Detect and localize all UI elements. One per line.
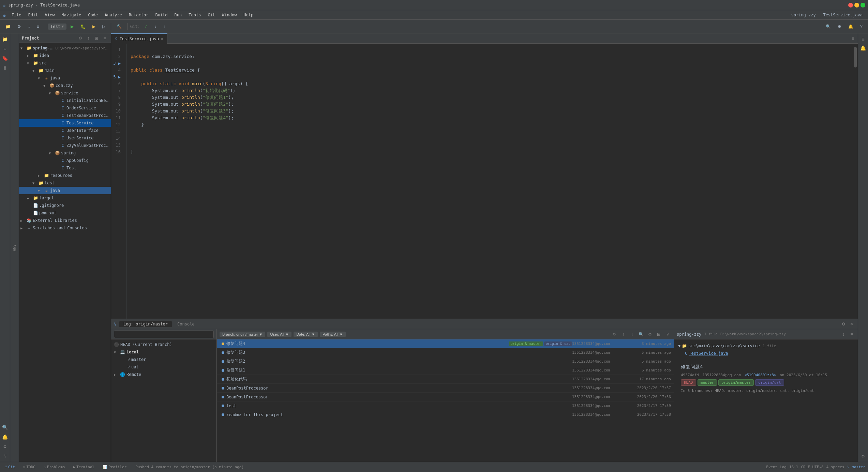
tree-target[interactable]: ▶ 📁 target (19, 194, 111, 202)
event-log-label[interactable]: Event Log (766, 465, 787, 469)
sort-btn[interactable]: ≡ (34, 23, 42, 30)
git-search-input[interactable] (114, 331, 214, 338)
settings-side-icon[interactable]: ⚙ (1, 442, 10, 451)
menu-analyze[interactable]: Analyze (102, 12, 125, 18)
editor-settings-btn[interactable]: ≡ (850, 35, 856, 42)
tree-pomxml[interactable]: 📄 pom.xml (19, 209, 111, 217)
help-btn[interactable]: ? (857, 23, 865, 30)
log-search-btn[interactable]: 🔍 (638, 331, 644, 338)
bottom-settings-btn[interactable]: ⚙ (840, 321, 847, 328)
tree-testservice[interactable]: C TestService (19, 119, 111, 127)
tree-userservice[interactable]: C UserService (19, 134, 111, 142)
commit-row-9[interactable]: readme for this project 1351228334@qq.co… (217, 410, 674, 419)
panel-expand-btn[interactable]: ⊞ (93, 35, 100, 42)
git-log-tab[interactable]: Log: origin/master (119, 321, 172, 327)
menu-view[interactable]: View (42, 12, 57, 18)
menu-file[interactable]: File (9, 12, 24, 18)
log-branch-btn[interactable]: ⑂ (664, 331, 671, 338)
menu-git[interactable]: Git (205, 12, 218, 18)
tree-service[interactable]: ▼ 📦 service (19, 89, 111, 97)
diff-expand-btn[interactable]: ≡ (848, 331, 855, 338)
settings-gear-btn[interactable]: ⚙ (835, 23, 844, 30)
panel-settings-btn[interactable]: ⚙ (77, 35, 84, 42)
minimize-button[interactable] (854, 3, 859, 7)
git-update-btn[interactable]: ↓ (152, 23, 159, 30)
structure-icon[interactable]: ≣ (1, 63, 10, 72)
log-collapse-btn[interactable]: ↑ (620, 331, 627, 338)
tree-zzyvalue[interactable]: C ZzyValuePostProcessor (19, 142, 111, 149)
debug-btn[interactable]: 🐛 (78, 23, 88, 30)
console-tab[interactable]: Console (173, 321, 199, 327)
tree-idea[interactable]: ▶ 📁 idea (19, 52, 111, 59)
menu-run[interactable]: Run (172, 12, 185, 18)
tree-initbean[interactable]: C InitializationBean (19, 97, 111, 104)
profile-btn[interactable]: ▷ (100, 23, 108, 30)
diff-tree-file[interactable]: C TestService.java (677, 350, 855, 357)
bookmarks-icon[interactable]: 🔖 (1, 54, 10, 63)
editor-scrollbar[interactable] (853, 44, 858, 319)
commit-row-2[interactable]: 修复问题3 1351228334@qq.com 5 minutes ago (217, 348, 674, 357)
tree-java[interactable]: ▼ ☕ java (19, 74, 111, 82)
git-commit-btn[interactable]: ✓ (141, 23, 150, 30)
code-content[interactable]: package com.zzy.service; public class Te… (126, 44, 853, 319)
commit-row-1[interactable]: 修复问题4 origin & master origin & uat 13512… (217, 339, 674, 348)
notifications-btn[interactable]: 🔔 (845, 23, 856, 30)
branch-filter-btn[interactable]: Branch: origin/master ▼ (220, 332, 265, 337)
tab-close-btn[interactable]: ✕ (161, 37, 163, 41)
tree-userinterface[interactable]: C UserInterface (19, 127, 111, 134)
notifications-side-icon[interactable]: 🔔 (1, 432, 10, 441)
git-branch-uat[interactable]: ⑂ uat (111, 363, 216, 371)
log-expand-btn[interactable]: ↓ (629, 331, 635, 338)
tree-main[interactable]: ▼ 📁 main (19, 67, 111, 74)
todo-btn[interactable]: ☑ TODO (21, 464, 38, 470)
run-config[interactable]: Test ▼ (48, 24, 66, 30)
date-filter-btn[interactable]: Date: All ▼ (294, 332, 318, 337)
menu-code[interactable]: Code (85, 12, 101, 18)
paths-filter-btn[interactable]: Paths: All ▼ (320, 332, 346, 337)
commit-row-5[interactable]: 初始化代码 1351228334@qq.com 17 minutes ago (217, 375, 674, 384)
tree-scratches[interactable]: ▶ ✏ Scratches and Consoles (19, 224, 111, 232)
editor-tab-testservice[interactable]: C TestService.java ✕ (111, 33, 167, 44)
tree-external-libs[interactable]: ▶ 📚 External Libraries (19, 217, 111, 224)
git-bottom-btn[interactable]: ⑂ Git (3, 464, 17, 470)
diff-collapse-btn[interactable]: ↕ (840, 331, 847, 338)
menu-refactor[interactable]: Refactor (126, 12, 151, 18)
menu-window[interactable]: Window (219, 12, 239, 18)
bottom-close-btn[interactable]: ✕ (848, 321, 855, 328)
tree-test-class[interactable]: C Test (19, 164, 111, 172)
tree-appconfig[interactable]: C AppConfig (19, 157, 111, 164)
git-side-icon[interactable]: ⑂ (1, 452, 10, 460)
git-remote-group[interactable]: ▶ 🌐 Remote (111, 371, 216, 378)
settings-btn[interactable]: ⚙ (15, 23, 24, 30)
menu-edit[interactable]: Edit (26, 12, 41, 18)
build-btn[interactable]: 🔨 (114, 23, 124, 30)
tree-test-folder[interactable]: ▼ 📁 test (19, 179, 111, 187)
commit-row-8[interactable]: test 1351228334@qq.com 2023/2/17 17:59 (217, 401, 674, 410)
commit-row-3[interactable]: 修复问题2 1351228334@qq.com 5 minutes ago (217, 357, 674, 366)
project-icon[interactable]: 📁 (1, 35, 10, 44)
menu-navigate[interactable]: Navigate (59, 12, 84, 18)
git-local-group[interactable]: ▼ 💻 Local (111, 348, 216, 356)
log-refresh-btn[interactable]: ↺ (611, 331, 618, 338)
commit-icon[interactable]: ⊙ (1, 44, 10, 53)
problems-btn[interactable]: ⚠ Problems (42, 464, 67, 470)
commit-row-7[interactable]: BeanPostProcessor 1351228334@qq.com 2023… (217, 393, 674, 401)
menu-tools[interactable]: Tools (186, 12, 204, 18)
search-btn[interactable]: 🔍 (823, 23, 834, 30)
tree-comzzy[interactable]: ▼ 📦 com.zzy (19, 82, 111, 89)
coverage-btn[interactable]: ▶ (90, 23, 98, 30)
log-filter-btn[interactable]: ⊟ (655, 331, 662, 338)
panel-config-btn[interactable]: ≡ (101, 35, 108, 42)
menu-build[interactable]: Build (152, 12, 170, 18)
diff-tree-root[interactable]: ▼ 📁 src\main\java\com\zzy\service 1 file (677, 342, 855, 350)
right-structure-icon[interactable]: ≣ (859, 35, 868, 44)
project-view-btn[interactable]: 📁 (3, 23, 13, 30)
git-head-branch[interactable]: ⚫ HEAD (Current Branch) (111, 341, 216, 348)
run-btn[interactable]: ▶ (68, 23, 76, 30)
log-settings-btn[interactable]: ⚙ (646, 331, 653, 338)
tree-java-test[interactable]: ▼ ☕ java (19, 187, 111, 194)
sync-btn[interactable]: ↕ (25, 23, 33, 30)
tree-resources[interactable]: ▶ 📁 resources (19, 172, 111, 179)
profiler-btn[interactable]: 📊 Profiler (101, 464, 129, 470)
menu-help[interactable]: Help (241, 12, 256, 18)
